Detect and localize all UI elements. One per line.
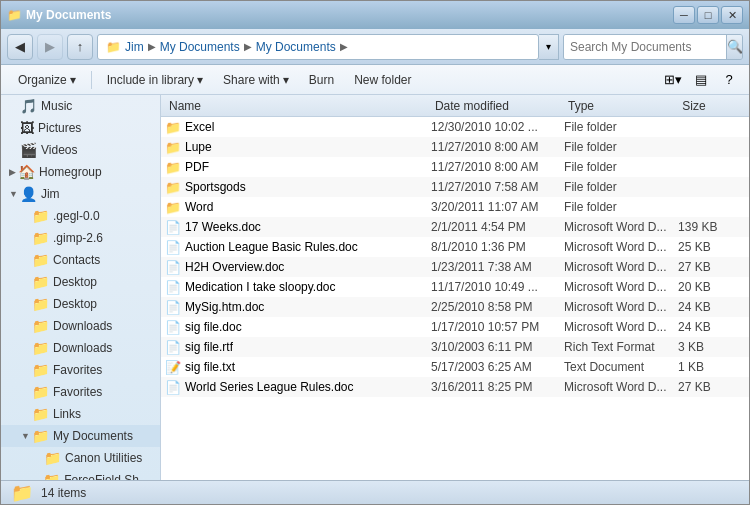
table-row[interactable]: 📝 sig file.txt 5/17/2003 6:25 AM Text Do… <box>161 357 749 377</box>
include-library-button[interactable]: Include in library ▾ <box>98 69 212 91</box>
jim-icon: 👤 <box>20 186 37 202</box>
table-row[interactable]: 📁 Word 3/20/2011 11:07 AM File folder <box>161 197 749 217</box>
table-row[interactable]: 📁 Sportsgods 11/27/2010 7:58 AM File fol… <box>161 177 749 197</box>
sidebar-item-desktop1[interactable]: 📁 Desktop <box>1 271 160 293</box>
breadcrumb-dropdown[interactable]: ▾ <box>539 34 559 60</box>
preview-pane-button[interactable]: ▤ <box>689 68 713 92</box>
sidebar-item-jim[interactable]: ▼ 👤 Jim <box>1 183 160 205</box>
file-type-cell: File folder <box>564 200 678 214</box>
contacts-icon: 📁 <box>32 252 49 268</box>
burn-button[interactable]: Burn <box>300 69 343 91</box>
include-library-arrow: ▾ <box>197 73 203 87</box>
status-folder-icon: 📁 <box>11 482 33 504</box>
file-name-cell: 📝 sig file.txt <box>165 360 431 375</box>
file-size-cell: 139 KB <box>678 220 745 234</box>
organize-button[interactable]: Organize ▾ <box>9 69 85 91</box>
breadcrumb-jim[interactable]: Jim <box>125 40 144 54</box>
sidebar-item-desktop2[interactable]: 📁 Desktop <box>1 293 160 315</box>
file-name-label: sig file.txt <box>185 360 235 374</box>
file-name-cell: 📁 Excel <box>165 120 431 135</box>
sidebar-item-pictures[interactable]: 🖼 Pictures <box>1 117 160 139</box>
table-row[interactable]: 📄 Medication I take sloopy.doc 11/17/201… <box>161 277 749 297</box>
sidebar-item-downloads2[interactable]: 📁 Downloads <box>1 337 160 359</box>
status-bar: 📁 14 items <box>1 480 749 504</box>
title-bar: 📁 My Documents ─ □ ✕ <box>1 1 749 29</box>
new-folder-button[interactable]: New folder <box>345 69 420 91</box>
file-name-label: Lupe <box>185 140 212 154</box>
organize-label: Organize <box>18 73 67 87</box>
file-icon: 📄 <box>165 340 181 355</box>
sidebar-item-gegl[interactable]: 📁 .gegl-0.0 <box>1 205 160 227</box>
sidebar-item-mydocs[interactable]: ▼ 📁 My Documents <box>1 425 160 447</box>
sidebar-item-canon[interactable]: 📁 Canon Utilities <box>1 447 160 469</box>
breadcrumb-sep-1: ▶ <box>148 41 156 52</box>
file-icon: 📄 <box>165 380 181 395</box>
table-row[interactable]: 📄 World Series League Rules.doc 3/16/201… <box>161 377 749 397</box>
maximize-button[interactable]: □ <box>697 6 719 24</box>
up-button[interactable]: ↑ <box>67 34 93 60</box>
share-with-button[interactable]: Share with ▾ <box>214 69 298 91</box>
file-name-label: World Series League Rules.doc <box>185 380 354 394</box>
table-row[interactable]: 📄 H2H Overview.doc 1/23/2011 7:38 AM Mic… <box>161 257 749 277</box>
file-list: 📁 Excel 12/30/2010 10:02 ... File folder… <box>161 117 749 480</box>
pictures-icon: 🖼 <box>20 120 34 136</box>
breadcrumb-mydocs2[interactable]: My Documents <box>256 40 336 54</box>
file-size-cell: 24 KB <box>678 300 745 314</box>
sidebar-label-desktop2: Desktop <box>53 297 97 311</box>
close-button[interactable]: ✕ <box>721 6 743 24</box>
sidebar-item-links[interactable]: 📁 Links <box>1 403 160 425</box>
include-library-label: Include in library <box>107 73 194 87</box>
col-header-type[interactable]: Type <box>564 95 678 116</box>
sidebar-label-videos: Videos <box>41 143 77 157</box>
sidebar-item-favorites2[interactable]: 📁 Favorites <box>1 381 160 403</box>
table-row[interactable]: 📄 MySig.htm.doc 2/25/2010 8:58 PM Micros… <box>161 297 749 317</box>
nav-bar: ◀ ▶ ↑ 📁 Jim ▶ My Documents ▶ My Document… <box>1 29 749 65</box>
table-row[interactable]: 📄 17 Weeks.doc 2/1/2011 4:54 PM Microsof… <box>161 217 749 237</box>
file-name-label: sig file.rtf <box>185 340 233 354</box>
sidebar-item-downloads1[interactable]: 📁 Downloads <box>1 315 160 337</box>
table-row[interactable]: 📄 Auction League Basic Rules.doc 8/1/201… <box>161 237 749 257</box>
videos-icon: 🎬 <box>20 142 37 158</box>
file-name-label: Sportsgods <box>185 180 246 194</box>
file-name-cell: 📁 Lupe <box>165 140 431 155</box>
col-header-size[interactable]: Size <box>678 95 745 116</box>
canon-icon: 📁 <box>44 450 61 466</box>
folder-icon: 📁 <box>7 8 22 22</box>
back-button[interactable]: ◀ <box>7 34 33 60</box>
help-button[interactable]: ? <box>717 68 741 92</box>
table-row[interactable]: 📁 Lupe 11/27/2010 8:00 AM File folder <box>161 137 749 157</box>
search-input[interactable] <box>564 35 726 59</box>
sidebar-label-gegl: .gegl-0.0 <box>53 209 100 223</box>
table-row[interactable]: 📄 sig file.doc 1/17/2010 10:57 PM Micros… <box>161 317 749 337</box>
minimize-button[interactable]: ─ <box>673 6 695 24</box>
gegl-icon: 📁 <box>32 208 49 224</box>
sidebar-item-videos[interactable]: 🎬 Videos <box>1 139 160 161</box>
file-size-cell: 1 KB <box>678 360 745 374</box>
search-button[interactable]: 🔍 <box>726 35 743 59</box>
desktop2-icon: 📁 <box>32 296 49 312</box>
table-row[interactable]: 📁 PDF 11/27/2010 8:00 AM File folder <box>161 157 749 177</box>
breadcrumb-mydocs1[interactable]: My Documents <box>160 40 240 54</box>
sidebar-label-downloads1: Downloads <box>53 319 112 333</box>
col-header-name[interactable]: Name <box>165 95 431 116</box>
sidebar-item-contacts[interactable]: 📁 Contacts <box>1 249 160 271</box>
file-icon: 📁 <box>165 180 181 195</box>
view-options-button[interactable]: ⊞▾ <box>661 68 685 92</box>
homegroup-arrow: ▶ <box>9 167 16 177</box>
forward-button[interactable]: ▶ <box>37 34 63 60</box>
sidebar-label-links: Links <box>53 407 81 421</box>
file-date-cell: 3/16/2011 8:25 PM <box>431 380 564 394</box>
downloads2-icon: 📁 <box>32 340 49 356</box>
homegroup-icon: 🏠 <box>18 164 35 180</box>
table-row[interactable]: 📁 Excel 12/30/2010 10:02 ... File folder <box>161 117 749 137</box>
col-header-date[interactable]: Date modified <box>431 95 564 116</box>
sidebar-item-forcefield[interactable]: 📁 ForceField Shared <box>1 469 160 480</box>
sidebar-item-music[interactable]: 🎵 Music <box>1 95 160 117</box>
sidebar-item-favorites1[interactable]: 📁 Favorites <box>1 359 160 381</box>
table-row[interactable]: 📄 sig file.rtf 3/10/2003 6:11 PM Rich Te… <box>161 337 749 357</box>
sidebar-item-homegroup[interactable]: ▶ 🏠 Homegroup <box>1 161 160 183</box>
file-size-cell: 27 KB <box>678 260 745 274</box>
downloads1-icon: 📁 <box>32 318 49 334</box>
file-name-cell: 📄 sig file.doc <box>165 320 431 335</box>
sidebar-item-gimp[interactable]: 📁 .gimp-2.6 <box>1 227 160 249</box>
